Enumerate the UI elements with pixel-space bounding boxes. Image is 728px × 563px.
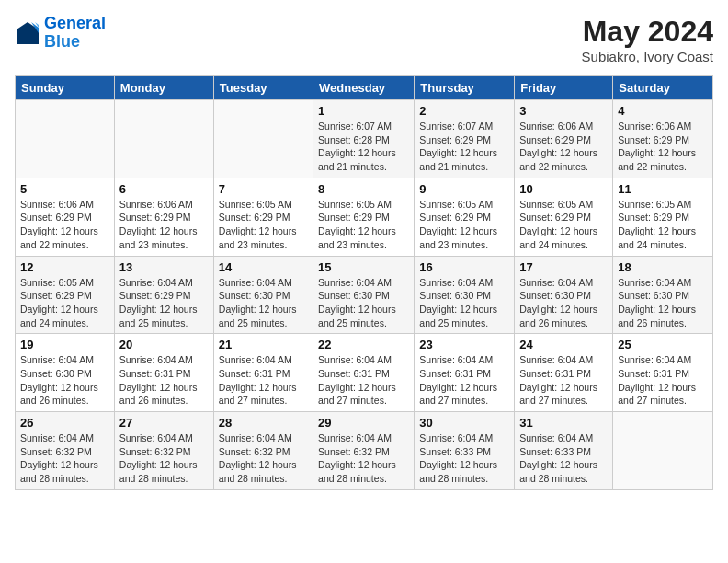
weekday-header-wednesday: Wednesday (313, 76, 415, 100)
calendar-cell: 14Sunrise: 6:04 AMSunset: 6:30 PMDayligh… (213, 256, 313, 334)
day-number: 1 (318, 104, 409, 118)
day-info: Sunrise: 6:04 AMSunset: 6:32 PMDaylight:… (20, 431, 109, 486)
calendar-cell: 25Sunrise: 6:04 AMSunset: 6:31 PMDayligh… (613, 334, 713, 412)
calendar-cell: 7Sunrise: 6:05 AMSunset: 6:29 PMDaylight… (213, 178, 313, 256)
logo-text: General Blue (44, 15, 106, 52)
calendar-cell: 16Sunrise: 6:04 AMSunset: 6:30 PMDayligh… (415, 256, 515, 334)
day-number: 26 (20, 416, 109, 430)
day-number: 31 (519, 416, 608, 430)
weekday-header-row: SundayMondayTuesdayWednesdayThursdayFrid… (16, 76, 713, 100)
location-subtitle: Subiakro, Ivory Coast (582, 49, 713, 64)
day-info: Sunrise: 6:07 AMSunset: 6:29 PMDaylight:… (419, 120, 509, 174)
day-info: Sunrise: 6:04 AMSunset: 6:31 PMDaylight:… (419, 353, 509, 408)
calendar-cell: 27Sunrise: 6:04 AMSunset: 6:32 PMDayligh… (114, 412, 213, 490)
weekday-header-friday: Friday (515, 76, 613, 100)
day-number: 29 (318, 416, 409, 430)
calendar-cell: 20Sunrise: 6:04 AMSunset: 6:31 PMDayligh… (114, 334, 213, 412)
day-number: 5 (20, 182, 109, 196)
calendar-cell (613, 412, 713, 490)
day-number: 7 (219, 182, 308, 196)
day-number: 28 (219, 416, 308, 430)
day-number: 9 (419, 182, 509, 196)
calendar-cell: 4Sunrise: 6:06 AMSunset: 6:29 PMDaylight… (613, 100, 713, 178)
day-number: 3 (519, 104, 608, 118)
day-info: Sunrise: 6:04 AMSunset: 6:31 PMDaylight:… (318, 353, 409, 408)
day-info: Sunrise: 6:06 AMSunset: 6:29 PMDaylight:… (119, 198, 209, 252)
day-number: 22 (318, 338, 409, 351)
calendar-cell: 2Sunrise: 6:07 AMSunset: 6:29 PMDaylight… (415, 100, 515, 178)
day-info: Sunrise: 6:06 AMSunset: 6:29 PMDaylight:… (618, 120, 708, 174)
day-info: Sunrise: 6:04 AMSunset: 6:33 PMDaylight:… (519, 431, 608, 486)
calendar-week-5: 26Sunrise: 6:04 AMSunset: 6:32 PMDayligh… (16, 412, 713, 490)
day-number: 6 (119, 182, 209, 196)
title-section: May 2024 Subiakro, Ivory Coast (582, 15, 713, 64)
day-number: 30 (419, 416, 509, 430)
calendar-week-2: 5Sunrise: 6:06 AMSunset: 6:29 PMDaylight… (16, 178, 713, 256)
day-info: Sunrise: 6:04 AMSunset: 6:32 PMDaylight:… (219, 431, 308, 486)
logo-icon (15, 20, 40, 46)
weekday-header-monday: Monday (114, 76, 213, 100)
calendar-cell: 19Sunrise: 6:04 AMSunset: 6:30 PMDayligh… (16, 334, 115, 412)
calendar-cell: 23Sunrise: 6:04 AMSunset: 6:31 PMDayligh… (415, 334, 515, 412)
calendar-table: SundayMondayTuesdayWednesdayThursdayFrid… (15, 75, 713, 490)
day-number: 16 (419, 260, 509, 274)
calendar-cell: 30Sunrise: 6:04 AMSunset: 6:33 PMDayligh… (415, 412, 515, 490)
day-number: 20 (119, 338, 209, 351)
weekday-header-tuesday: Tuesday (213, 76, 313, 100)
day-number: 12 (20, 260, 109, 274)
calendar-week-1: 1Sunrise: 6:07 AMSunset: 6:28 PMDaylight… (16, 100, 713, 178)
day-number: 2 (419, 104, 509, 118)
day-number: 4 (618, 104, 708, 118)
day-info: Sunrise: 6:05 AMSunset: 6:29 PMDaylight:… (20, 276, 109, 330)
calendar-cell: 18Sunrise: 6:04 AMSunset: 6:30 PMDayligh… (613, 256, 713, 334)
calendar-cell: 1Sunrise: 6:07 AMSunset: 6:28 PMDaylight… (313, 100, 415, 178)
calendar-cell: 13Sunrise: 6:04 AMSunset: 6:29 PMDayligh… (114, 256, 213, 334)
day-number: 10 (519, 182, 608, 196)
calendar-week-4: 19Sunrise: 6:04 AMSunset: 6:30 PMDayligh… (16, 334, 713, 412)
day-number: 18 (618, 260, 708, 274)
weekday-header-sunday: Sunday (16, 76, 115, 100)
calendar-cell (114, 100, 213, 178)
day-info: Sunrise: 6:05 AMSunset: 6:29 PMDaylight:… (318, 198, 409, 252)
calendar-cell: 22Sunrise: 6:04 AMSunset: 6:31 PMDayligh… (313, 334, 415, 412)
calendar-cell: 15Sunrise: 6:04 AMSunset: 6:30 PMDayligh… (313, 256, 415, 334)
day-info: Sunrise: 6:04 AMSunset: 6:29 PMDaylight:… (119, 276, 209, 330)
day-info: Sunrise: 6:06 AMSunset: 6:29 PMDaylight:… (20, 198, 109, 252)
day-info: Sunrise: 6:04 AMSunset: 6:32 PMDaylight:… (119, 431, 209, 486)
page-header: General Blue May 2024 Subiakro, Ivory Co… (15, 15, 713, 64)
calendar-cell: 31Sunrise: 6:04 AMSunset: 6:33 PMDayligh… (515, 412, 613, 490)
calendar-cell (213, 100, 313, 178)
calendar-cell: 29Sunrise: 6:04 AMSunset: 6:32 PMDayligh… (313, 412, 415, 490)
day-number: 17 (519, 260, 608, 274)
calendar-cell: 3Sunrise: 6:06 AMSunset: 6:29 PMDaylight… (515, 100, 613, 178)
calendar-week-3: 12Sunrise: 6:05 AMSunset: 6:29 PMDayligh… (16, 256, 713, 334)
calendar-cell: 11Sunrise: 6:05 AMSunset: 6:29 PMDayligh… (613, 178, 713, 256)
weekday-header-saturday: Saturday (613, 76, 713, 100)
day-info: Sunrise: 6:04 AMSunset: 6:33 PMDaylight:… (419, 431, 509, 486)
calendar-cell: 9Sunrise: 6:05 AMSunset: 6:29 PMDaylight… (415, 178, 515, 256)
day-number: 15 (318, 260, 409, 274)
day-info: Sunrise: 6:04 AMSunset: 6:31 PMDaylight:… (618, 353, 708, 408)
logo: General Blue (15, 15, 106, 52)
day-info: Sunrise: 6:04 AMSunset: 6:31 PMDaylight:… (219, 353, 308, 408)
calendar-cell: 8Sunrise: 6:05 AMSunset: 6:29 PMDaylight… (313, 178, 415, 256)
day-info: Sunrise: 6:04 AMSunset: 6:30 PMDaylight:… (618, 276, 708, 330)
day-info: Sunrise: 6:04 AMSunset: 6:30 PMDaylight:… (419, 276, 509, 330)
day-number: 23 (419, 338, 509, 351)
calendar-cell: 17Sunrise: 6:04 AMSunset: 6:30 PMDayligh… (515, 256, 613, 334)
month-year-title: May 2024 (582, 15, 713, 49)
day-info: Sunrise: 6:04 AMSunset: 6:30 PMDaylight:… (219, 276, 308, 330)
calendar-cell: 26Sunrise: 6:04 AMSunset: 6:32 PMDayligh… (16, 412, 115, 490)
day-info: Sunrise: 6:05 AMSunset: 6:29 PMDaylight:… (618, 198, 708, 252)
calendar-cell: 6Sunrise: 6:06 AMSunset: 6:29 PMDaylight… (114, 178, 213, 256)
day-info: Sunrise: 6:04 AMSunset: 6:30 PMDaylight:… (519, 276, 608, 330)
day-number: 24 (519, 338, 608, 351)
day-info: Sunrise: 6:04 AMSunset: 6:31 PMDaylight:… (119, 353, 209, 408)
day-number: 19 (20, 338, 109, 351)
day-number: 8 (318, 182, 409, 196)
calendar-cell: 12Sunrise: 6:05 AMSunset: 6:29 PMDayligh… (16, 256, 115, 334)
calendar-cell: 10Sunrise: 6:05 AMSunset: 6:29 PMDayligh… (515, 178, 613, 256)
day-number: 11 (618, 182, 708, 196)
day-info: Sunrise: 6:04 AMSunset: 6:30 PMDaylight:… (318, 276, 409, 330)
day-info: Sunrise: 6:04 AMSunset: 6:32 PMDaylight:… (318, 431, 409, 486)
